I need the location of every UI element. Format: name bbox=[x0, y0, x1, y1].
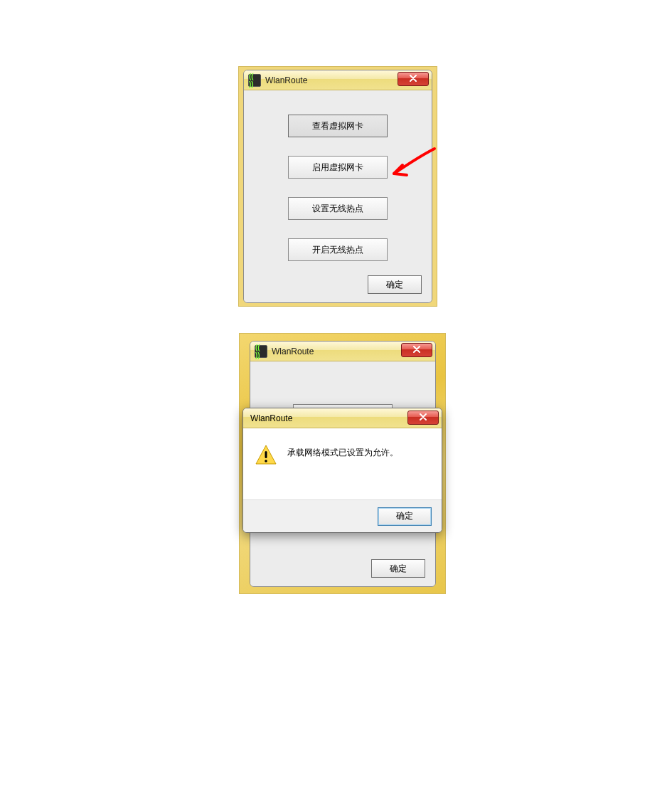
window-title: WlanRoute bbox=[265, 75, 307, 85]
screenshot-2: (( )) WlanRoute 查看虚拟网卡 确定 bbox=[239, 333, 446, 594]
message-box: WlanRoute 承载网络模式已设置为允许。 bbox=[242, 408, 442, 533]
svg-rect-1 bbox=[265, 451, 267, 458]
close-button[interactable] bbox=[401, 343, 432, 357]
messagebox-text: 承载网络模式已设置为允许。 bbox=[287, 443, 398, 459]
button-label: 开启无线热点 bbox=[312, 244, 363, 256]
enable-virtual-nic-button[interactable]: 启用虚拟网卡 bbox=[288, 156, 388, 179]
button-label: 设置无线热点 bbox=[312, 203, 363, 215]
messagebox-title: WlanRoute bbox=[250, 413, 292, 423]
button-label: 确定 bbox=[386, 279, 403, 291]
close-button[interactable] bbox=[398, 72, 429, 86]
messagebox-titlebar[interactable]: WlanRoute bbox=[243, 408, 442, 428]
svg-point-2 bbox=[265, 460, 267, 462]
ok-button[interactable]: 确定 bbox=[368, 275, 422, 294]
close-icon bbox=[420, 413, 427, 423]
app-icon: (( )) bbox=[248, 74, 261, 87]
close-button[interactable] bbox=[407, 411, 439, 425]
button-label: 启用虚拟网卡 bbox=[312, 162, 363, 174]
messagebox-body: 承载网络模式已设置为允许。 bbox=[243, 428, 442, 499]
button-label: 确定 bbox=[396, 510, 413, 522]
button-label: 查看虚拟网卡 bbox=[312, 120, 363, 132]
configure-hotspot-button[interactable]: 设置无线热点 bbox=[288, 197, 388, 220]
messagebox-footer: 确定 bbox=[243, 499, 442, 532]
titlebar[interactable]: (( )) WlanRoute bbox=[244, 70, 432, 90]
wlanroute-window: (( )) WlanRoute 查看虚拟网卡 启用虚拟网卡 bbox=[243, 70, 432, 303]
screenshot-1: (( )) WlanRoute 查看虚拟网卡 启用虚拟网卡 bbox=[238, 66, 437, 307]
start-hotspot-button[interactable]: 开启无线热点 bbox=[288, 238, 388, 261]
ok-button[interactable]: 确定 bbox=[371, 559, 425, 578]
close-icon bbox=[410, 74, 417, 84]
window-title: WlanRoute bbox=[272, 346, 314, 356]
window-client: 查看虚拟网卡 启用虚拟网卡 设置无线热点 开启无线热点 确定 bbox=[244, 90, 432, 302]
app-icon: (( )) bbox=[255, 345, 267, 358]
messagebox-ok-button[interactable]: 确定 bbox=[378, 507, 432, 526]
view-virtual-nic-button[interactable]: 查看虚拟网卡 bbox=[288, 115, 388, 137]
button-label: 确定 bbox=[390, 563, 407, 575]
titlebar[interactable]: (( )) WlanRoute bbox=[250, 342, 435, 361]
close-icon bbox=[413, 345, 420, 355]
warning-icon bbox=[255, 444, 277, 467]
